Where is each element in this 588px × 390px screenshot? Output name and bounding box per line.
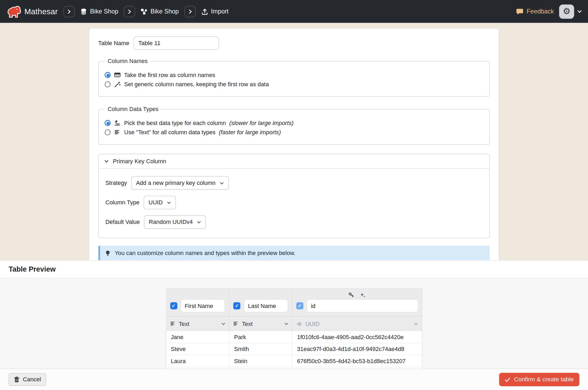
cell: 31eac97f-d0a3-4d1d-a10f-9492c74ae4d8: [292, 343, 422, 355]
feedback-label: Feedback: [527, 8, 554, 15]
trash-icon: [14, 377, 20, 383]
radio-label: Use "Text" for all column data types: [124, 129, 215, 136]
text-type-icon: [233, 321, 239, 326]
radio-label: Take the first row as column names: [124, 72, 215, 79]
table-name-input[interactable]: [133, 36, 219, 50]
chevron-down-icon: [284, 322, 288, 326]
column-names-legend: Column Names: [105, 58, 150, 65]
radio-note: (faster for large imports): [219, 129, 281, 136]
fingerprint-icon: [296, 321, 302, 327]
table-row: Steve Smith 31eac97f-d0a3-4d1d-a10f-9492…: [166, 343, 422, 355]
primary-key-collapsible-header[interactable]: Primary Key Column: [99, 154, 489, 169]
magic-wand-icon: [114, 81, 121, 88]
import-settings-card: Table Name Column Names Take the first r…: [89, 28, 499, 271]
header-row-icon: [114, 72, 121, 79]
upload-icon: [201, 8, 208, 15]
breadcrumb-schema[interactable]: Bike Shop: [141, 8, 179, 15]
app-root: Mathesar Bike Shop: [0, 0, 588, 390]
mathesar-logo-icon: [6, 4, 21, 19]
chevron-down-icon: [221, 322, 225, 326]
cell: Steve: [166, 343, 230, 355]
column-type-label: Column Type: [105, 199, 139, 206]
radio-note: (slower for large imports): [229, 120, 294, 127]
preview-table: ✓ ✓: [166, 288, 422, 369]
default-value-label: Default Value: [105, 219, 140, 225]
column-names-fieldset: Column Names Take the first row as colum…: [98, 58, 490, 97]
feedback-bubble-icon: [516, 8, 523, 15]
strategy-select-value: Add a new primary key column: [136, 180, 215, 186]
column-checkbox[interactable]: ✓: [170, 302, 177, 309]
cell: Smith: [230, 343, 293, 355]
radio-selected[interactable]: [105, 120, 111, 126]
breadcrumb-switcher-button[interactable]: [64, 6, 75, 17]
text-type-icon: [170, 321, 176, 326]
column-checkbox[interactable]: ✓: [233, 302, 240, 309]
preview-header-row: ✓ ✓: [166, 289, 422, 316]
default-value-select-value: Random UUIDv4: [149, 219, 193, 225]
column-data-types-fieldset: Column Data Types Pick the best data typ…: [98, 106, 490, 145]
breadcrumb-switcher-button[interactable]: [124, 6, 135, 17]
strategy-select[interactable]: Add a new primary key column: [131, 176, 229, 190]
radio-generic-names[interactable]: Set generic column names, keeping the fi…: [105, 81, 483, 88]
primary-key-section: Primary Key Column Strategy Add a new pr…: [98, 154, 490, 238]
table-preview-header: Table Preview: [0, 260, 588, 278]
column-header-last-name: ✓: [230, 289, 293, 316]
table-preview-title: Table Preview: [9, 265, 56, 273]
column-data-types-legend: Column Data Types: [105, 106, 161, 113]
type-select-first-name[interactable]: Text: [166, 316, 230, 331]
pk-column-checkbox: ✓: [296, 302, 303, 309]
radio-all-text[interactable]: Use "Text" for all column data types (fa…: [105, 129, 483, 136]
sparkles-icon: [360, 292, 366, 297]
cell: 1f010fc6-4aae-4905-aad2-0cc562c4420e: [292, 331, 422, 343]
radio-pick-best-type[interactable]: Pick the best data type for each column …: [105, 120, 483, 127]
info-banner: You can customize column names and types…: [98, 246, 490, 261]
type-select-id: UUID: [292, 316, 422, 331]
cancel-button[interactable]: Cancel: [9, 373, 46, 386]
feedback-button[interactable]: Feedback: [516, 8, 554, 15]
confirm-create-table-button[interactable]: Confirm & create table: [499, 373, 580, 386]
table-row: Laura Stein 676f50c0-3b55-4d42-bc53-b1d8…: [166, 355, 422, 367]
navbar: Mathesar Bike Shop: [0, 0, 588, 23]
cell: Stein: [230, 355, 293, 367]
primary-key-content: Strategy Add a new primary key column Co…: [99, 169, 489, 238]
breadcrumb-database-label: Bike Shop: [90, 8, 118, 15]
breadcrumb-switcher-button[interactable]: [184, 6, 196, 17]
table-name-label: Table Name: [98, 40, 129, 47]
table-name-row: Table Name: [98, 36, 490, 50]
breadcrumb-import[interactable]: Import: [201, 8, 228, 15]
breadcrumb-import-label: Import: [211, 8, 229, 15]
default-value-select[interactable]: Random UUIDv4: [144, 215, 206, 229]
text-lines-icon: [114, 129, 121, 136]
brand-name: Mathesar: [24, 7, 58, 16]
brand[interactable]: Mathesar: [6, 4, 58, 19]
radio-unselected[interactable]: [105, 129, 111, 136]
gear-button[interactable]: ⚙: [559, 4, 574, 18]
type-select-last-name[interactable]: Text: [230, 316, 293, 331]
column-type-select[interactable]: UUID: [144, 196, 176, 209]
import-settings-page: Table Name Column Names Take the first r…: [0, 23, 588, 260]
table-row: Jane Park 1f010fc6-4aae-4905-aad2-0cc562…: [166, 331, 422, 343]
primary-key-title: Primary Key Column: [113, 158, 166, 165]
breadcrumb-schema-label: Bike Shop: [151, 8, 179, 15]
breadcrumb-database[interactable]: Bike Shop: [80, 8, 118, 15]
navbar-left: Mathesar Bike Shop: [6, 4, 229, 19]
radio-selected[interactable]: [105, 72, 111, 78]
column-type-row: Column Type UUID: [105, 196, 483, 209]
column-name-input[interactable]: [181, 299, 225, 312]
database-icon: [80, 8, 87, 15]
column-name-input[interactable]: [307, 299, 418, 312]
radio-label: Set generic column names, keeping the fi…: [124, 81, 269, 88]
action-bar: Cancel Confirm & create table: [0, 369, 588, 390]
cell: 676f50c0-3b55-4d42-bc53-b1d8ec153207: [292, 355, 422, 367]
lightbulb-icon: [105, 250, 110, 256]
column-type-select-value: UUID: [148, 199, 163, 206]
settings-menu-button[interactable]: ⚙: [559, 4, 582, 18]
cell: Jane: [166, 331, 230, 343]
detect-type-icon: [114, 120, 121, 127]
column-header-first-name: ✓: [166, 289, 230, 316]
table-preview-zone: ✓ ✓: [0, 278, 588, 369]
radio-unselected[interactable]: [105, 81, 111, 88]
column-name-input[interactable]: [244, 299, 288, 312]
radio-first-row-as-names[interactable]: Take the first row as column names: [105, 72, 483, 79]
cancel-label: Cancel: [23, 376, 41, 383]
